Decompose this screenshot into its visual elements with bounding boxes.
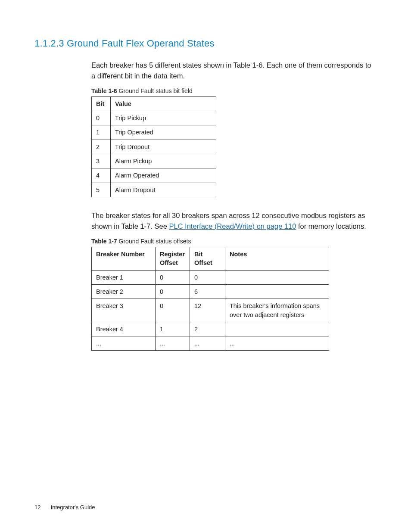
cell-breaker: ... <box>92 336 156 351</box>
table-row: 1 Trip Operated <box>92 125 216 140</box>
page-number: 12 <box>34 504 49 511</box>
table-row: 0 Trip Pickup <box>92 111 216 125</box>
cell-bit: 3 <box>92 154 111 168</box>
table-row: Breaker 3 0 12 This breaker's informatio… <box>92 299 329 322</box>
section-heading: 1.1.2.3 Ground Fault Flex Operand States <box>34 37 377 50</box>
cell-register: 0 <box>156 284 190 299</box>
para2-text-b: for memory locations. <box>296 222 366 230</box>
table-row: Breaker 4 1 2 <box>92 322 329 336</box>
cell-register: 0 <box>156 270 190 284</box>
cell-bit: 0 <box>92 111 111 125</box>
cell-value: Trip Operated <box>111 125 216 140</box>
table-row: 2 Trip Dropout <box>92 140 216 154</box>
cell-register: 1 <box>156 322 190 336</box>
table-1-7: Breaker Number Register Offset Bit Offse… <box>91 247 329 351</box>
cell-value: Alarm Pickup <box>111 154 216 168</box>
table-row: 3 Alarm Pickup <box>92 154 216 168</box>
cell-value: Trip Pickup <box>111 111 216 125</box>
caption-text: Ground Fault status bit field <box>117 87 193 94</box>
table-1-6-caption: Table 1-6 Ground Fault status bit field <box>91 87 377 96</box>
cell-bit: 6 <box>190 284 225 299</box>
cell-notes: ... <box>225 336 329 351</box>
table-row: 4 Alarm Operated <box>92 168 216 183</box>
cell-notes <box>225 284 329 299</box>
cell-breaker: Breaker 3 <box>92 299 156 322</box>
th-bit: Bit <box>92 96 111 111</box>
cell-bit: ... <box>190 336 225 351</box>
th-register-offset: Register Offset <box>156 247 190 271</box>
cell-bit: 2 <box>190 322 225 336</box>
cell-value: Trip Dropout <box>111 140 216 154</box>
cell-register: 0 <box>156 299 190 322</box>
table-1-7-caption: Table 1-7 Ground Fault status offsets <box>91 237 377 246</box>
cell-value: Alarm Operated <box>111 168 216 183</box>
cell-notes <box>225 270 329 284</box>
table-header-row: Breaker Number Register Offset Bit Offse… <box>92 247 329 271</box>
caption-bold: Table 1-6 <box>91 87 117 94</box>
cell-bit: 2 <box>92 140 111 154</box>
table-row: Breaker 1 0 0 <box>92 270 329 284</box>
intro-paragraph-2: The breaker states for all 30 breakers s… <box>91 210 377 232</box>
caption-text: Ground Fault status offsets <box>117 238 191 245</box>
table-row: 5 Alarm Dropout <box>92 183 216 197</box>
cell-bit: 12 <box>190 299 225 322</box>
page-footer: 12 Integrator's Guide <box>34 504 95 511</box>
cell-bit: 1 <box>92 125 111 140</box>
body-content: Each breaker has 5 different states show… <box>91 60 377 351</box>
page: 1.1.2.3 Ground Fault Flex Operand States… <box>0 0 411 532</box>
cell-notes <box>225 322 329 336</box>
table-row: ... ... ... ... <box>92 336 329 351</box>
cell-bit: 4 <box>92 168 111 183</box>
table-header-row: Bit Value <box>92 96 216 111</box>
th-breaker-number: Breaker Number <box>92 247 156 271</box>
th-value: Value <box>111 96 216 111</box>
table-row: Breaker 2 0 6 <box>92 284 329 299</box>
table-1-6: Bit Value 0 Trip Pickup 1 Trip Operated … <box>91 96 216 197</box>
th-notes: Notes <box>225 247 329 271</box>
cell-breaker: Breaker 1 <box>92 270 156 284</box>
cell-value: Alarm Dropout <box>111 183 216 197</box>
cell-bit: 5 <box>92 183 111 197</box>
footer-title: Integrator's Guide <box>51 504 95 510</box>
intro-paragraph-1: Each breaker has 5 different states show… <box>91 60 377 81</box>
cell-breaker: Breaker 4 <box>92 322 156 336</box>
plc-interface-link[interactable]: PLC Interface (Read/Write) on page 110 <box>169 222 296 230</box>
th-bit-offset: Bit Offset <box>190 247 225 271</box>
cell-register: ... <box>156 336 190 351</box>
cell-breaker: Breaker 2 <box>92 284 156 299</box>
caption-bold: Table 1-7 <box>91 238 117 245</box>
cell-bit: 0 <box>190 270 225 284</box>
cell-notes: This breaker's information spans over tw… <box>225 299 329 322</box>
